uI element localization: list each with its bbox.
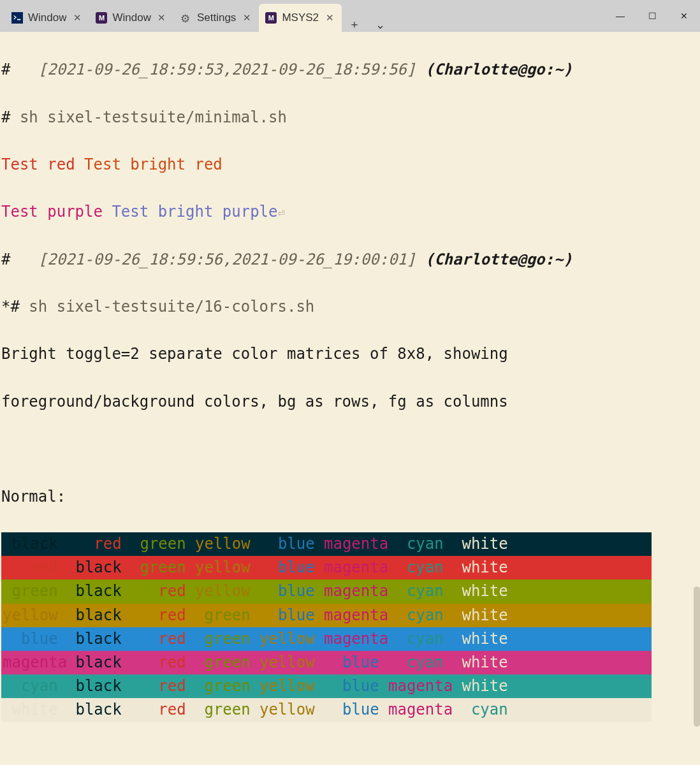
maximize-button[interactable]: ☐ <box>636 0 668 32</box>
color-cell: white <box>451 651 516 674</box>
color-cell: cyan <box>387 627 451 651</box>
close-icon[interactable]: ✕ <box>156 12 168 24</box>
row-label: blue <box>1 627 65 651</box>
color-row-black: black red green yellow blue magenta cyan… <box>1 532 652 556</box>
color-cell: black <box>65 604 129 627</box>
row-label: black <box>1 532 65 556</box>
color-row-green: green black red yellow blue magenta cyan… <box>1 579 652 603</box>
color-cell: yellow <box>258 651 323 674</box>
tab-settings[interactable]: ⚙ Settings ✕ <box>174 4 259 32</box>
color-row-cyan: cyan black red green yellow blue magenta… <box>1 674 652 698</box>
color-cell: cyan <box>387 651 451 674</box>
color-cell: cyan <box>451 698 516 722</box>
color-cell: cyan <box>387 532 451 556</box>
color-cell: green <box>194 698 258 722</box>
color-cell: white <box>451 627 516 651</box>
color-cell: white <box>451 579 516 603</box>
color-cell: cyan <box>387 556 451 579</box>
gear-icon: ⚙ <box>180 12 192 24</box>
color-row-white: white black red green yellow blue magent… <box>1 698 652 722</box>
row-label: red <box>1 556 65 579</box>
msys-icon: M <box>96 12 107 24</box>
tab-dropdown-button[interactable]: ⌄ <box>367 18 393 32</box>
row-label: white <box>1 698 65 722</box>
tabs-region: Window ✕ M Window ✕ ⚙ Settings ✕ M MSYS2… <box>0 0 604 32</box>
window-controls: — ☐ ✕ <box>604 0 700 32</box>
color-row-yellow: yellow black red green blue magenta cyan… <box>1 604 652 627</box>
msys-icon: M <box>265 12 277 24</box>
prompt-line: # [2021-09-26_18:59:56,2021-09-26_19:00:… <box>1 248 699 272</box>
color-cell: black <box>65 674 129 698</box>
color-cell: blue <box>258 604 323 627</box>
color-cell: magenta <box>387 698 451 722</box>
titlebar: Window ✕ M Window ✕ ⚙ Settings ✕ M MSYS2… <box>0 0 700 32</box>
color-cell: red <box>129 627 194 651</box>
minimize-button[interactable]: — <box>604 0 636 32</box>
color-cell: cyan <box>387 604 451 627</box>
color-cell: red <box>129 604 194 627</box>
color-cell: green <box>194 604 258 627</box>
row-label: cyan <box>1 674 65 698</box>
color-cell: green <box>194 627 258 651</box>
output-line: foreground/background colors, bg as rows… <box>1 390 699 414</box>
close-icon[interactable]: ✕ <box>241 12 252 24</box>
color-cell: yellow <box>194 532 258 556</box>
color-cell: blue <box>258 579 323 603</box>
color-cell: black <box>65 698 129 722</box>
color-cell: magenta <box>323 627 387 651</box>
color-cell: blue <box>258 532 323 556</box>
color-cell: black <box>65 627 129 651</box>
color-cell: blue <box>323 698 387 722</box>
color-row-magenta: magenta black red green yellow blue cyan… <box>1 651 652 674</box>
new-tab-button[interactable]: ＋ <box>342 17 367 32</box>
row-label: green <box>1 579 65 603</box>
tab-msys-2[interactable]: M MSYS2 ✕ <box>259 4 342 32</box>
color-cell: green <box>129 556 194 579</box>
tab-label: Window <box>28 11 66 24</box>
prompt-line: # [2021-09-26_18:59:53,2021-09-26_18:59:… <box>1 58 699 82</box>
color-row-red: red black green yellow blue magenta cyan… <box>1 556 652 579</box>
color-cell: blue <box>258 556 323 579</box>
color-cell: red <box>65 532 129 556</box>
row-label: yellow <box>1 604 65 627</box>
color-cell: yellow <box>194 579 258 603</box>
terminal-output[interactable]: # [2021-09-26_18:59:53,2021-09-26_18:59:… <box>0 32 700 765</box>
tab-label: Window <box>112 11 150 24</box>
color-cell: white <box>451 604 516 627</box>
color-cell: black <box>65 579 129 603</box>
command-line: # sh sixel-testsuite/minimal.sh <box>1 106 699 129</box>
color-cell: green <box>194 651 258 674</box>
color-cell: green <box>194 674 258 698</box>
color-cell: green <box>129 532 194 556</box>
tab-label: Settings <box>197 11 236 24</box>
close-button[interactable]: ✕ <box>668 0 700 32</box>
row-label: magenta <box>1 651 65 674</box>
color-cell: red <box>129 579 194 603</box>
color-cell: black <box>65 556 129 579</box>
color-cell: blue <box>323 651 387 674</box>
color-cell: yellow <box>258 627 323 651</box>
close-icon[interactable]: ✕ <box>324 12 335 24</box>
color-cell: magenta <box>323 556 387 579</box>
color-cell: yellow <box>258 698 323 722</box>
color-cell: red <box>129 698 194 722</box>
color-cell: red <box>129 674 194 698</box>
blank-line <box>1 437 699 461</box>
color-cell: yellow <box>194 556 258 579</box>
color-cell: magenta <box>387 674 451 698</box>
output-line: Bright toggle=2 separate color matrices … <box>1 342 699 366</box>
color-cell: red <box>129 651 194 674</box>
color-cell: magenta <box>323 604 387 627</box>
color-cell: white <box>451 674 516 698</box>
section-header: Normal: <box>1 485 699 509</box>
color-cell: magenta <box>323 579 387 603</box>
close-icon[interactable]: ✕ <box>71 12 83 24</box>
tab-label: MSYS2 <box>282 11 319 24</box>
tab-msys-1[interactable]: M Window ✕ <box>89 4 173 32</box>
color-cell: yellow <box>258 674 323 698</box>
command-line: *# sh sixel-testsuite/16-colors.sh <box>1 295 699 319</box>
color-row-blue: blue black red green yellow magenta cyan… <box>1 627 652 651</box>
tab-powershell[interactable]: Window ✕ <box>5 4 89 32</box>
scrollbar-thumb[interactable] <box>694 586 700 727</box>
color-cell: magenta <box>323 532 387 556</box>
